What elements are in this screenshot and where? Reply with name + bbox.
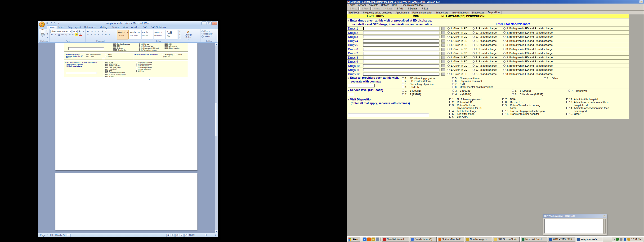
menu-item[interactable]: Help bbox=[391, 4, 398, 6]
menu-item[interactable]: Options bbox=[380, 4, 390, 6]
ribbon-tab[interactable]: SAS bbox=[141, 26, 149, 29]
menu-item[interactable]: Navigate bbox=[368, 4, 380, 6]
draft-view-icon[interactable]: ▢ bbox=[184, 234, 188, 237]
strikethrough-icon[interactable]: abc bbox=[61, 33, 64, 36]
drug-name-input[interactable] bbox=[363, 39, 440, 43]
doc-procedures-input[interactable] bbox=[66, 72, 97, 74]
drug-option-given-in-ed[interactable]: 1. Given in ED bbox=[448, 48, 467, 51]
borders-icon[interactable]: ⊞ bbox=[108, 33, 111, 36]
taskbar-button[interactable]: New Message - ... bbox=[465, 237, 492, 242]
visit-disposition-option[interactable]: 6.Left AMA bbox=[450, 115, 486, 118]
fullscreen-reading-view-icon[interactable]: ▥ bbox=[171, 234, 174, 237]
provider-option[interactable]: 1.ED attending physician bbox=[402, 77, 450, 80]
visit-disposition-option[interactable]: 7.DOA bbox=[502, 98, 546, 101]
drug-option-both[interactable]: 3. Both given in ED and Rx at discharge bbox=[503, 31, 552, 34]
sort-icon[interactable]: ⇅ bbox=[100, 30, 104, 33]
qat-chevron-down-icon[interactable]: ▾ bbox=[57, 22, 60, 25]
toolbar-button[interactable]: 4Last bbox=[383, 7, 394, 10]
form-tab[interactable]: NHAMCS bbox=[347, 11, 361, 14]
drug-option-rx-at-discharge[interactable]: 2. Rx at discharge bbox=[472, 39, 497, 42]
drug-option-both[interactable]: 3. Both given in ED and Rx at discharge bbox=[503, 64, 552, 67]
drug-option-given-in-ed[interactable]: 1. Given in ED bbox=[448, 39, 467, 42]
style-card[interactable]: AaBbC Heading 1 bbox=[141, 30, 153, 39]
ribbon-tab[interactable]: Add-Ins bbox=[130, 26, 141, 29]
drug-option-rx-at-discharge[interactable]: 2. Rx at discharge bbox=[472, 48, 497, 51]
taskbar-button[interactable]: Microsoft Excel ... bbox=[520, 237, 548, 242]
ribbon-tab[interactable]: SAS Solutions bbox=[149, 26, 168, 29]
zoom-slider[interactable] bbox=[199, 235, 213, 235]
drug-option-given-in-ed[interactable]: 1. Given in ED bbox=[448, 56, 467, 59]
taskbar-button[interactable]: Novell-delivered ... bbox=[382, 237, 409, 242]
watch-window-scrollbar[interactable] bbox=[603, 219, 606, 234]
visit-disposition-option[interactable]: 9.Return/Transfer to nursing home bbox=[502, 104, 546, 110]
drug-option-both[interactable]: 3. Both given in ED and Rx at discharge bbox=[503, 35, 552, 38]
justify-icon[interactable]: ≡ bbox=[97, 33, 100, 36]
provider-option[interactable]: 6.Physician assistant bbox=[452, 80, 507, 83]
numbered-list-icon[interactable]: 1≡ bbox=[90, 30, 93, 33]
italic-icon[interactable]: I bbox=[54, 33, 57, 36]
visit-disposition-option[interactable]: 10.Transfer to psychiatric hospital bbox=[502, 110, 546, 113]
quicklaunch-internet-explorer-icon[interactable]: e bbox=[363, 238, 366, 241]
drug-option-rx-at-discharge[interactable]: 2. Rx at discharge bbox=[472, 43, 497, 46]
drug-option-given-in-ed[interactable]: 1. Given in ED bbox=[448, 60, 467, 63]
form-tab[interactable]: Patient Information bbox=[410, 11, 434, 14]
service-level-option[interactable]: 3.3 (99283) bbox=[452, 89, 471, 93]
drug-option-given-in-ed[interactable]: 1. Given in ED bbox=[448, 43, 467, 46]
provider-option[interactable]: 9.Other bbox=[544, 77, 572, 80]
drug-option-rx-at-discharge[interactable]: 2. Rx at discharge bbox=[472, 27, 497, 30]
taskbar-button[interactable]: snapshots of e... bbox=[576, 237, 603, 242]
provider-option[interactable]: 2.ED resident/Intern bbox=[402, 80, 450, 83]
service-level-option[interactable]: 1.1 (99281) bbox=[402, 89, 421, 93]
drug-option-rx-at-discharge[interactable]: 2. Rx at discharge bbox=[472, 64, 497, 67]
form-tab[interactable]: Triage Care bbox=[434, 11, 450, 14]
subscript-icon[interactable]: x₂ bbox=[65, 33, 68, 36]
provider-option[interactable]: 8.Other mental health provider bbox=[452, 86, 507, 88]
nhamcs-titlebar[interactable]: National Hospital Ambulatory Medical Car… bbox=[347, 0, 644, 3]
taskbar-button[interactable]: WBT - TMOUSER... bbox=[548, 237, 575, 242]
word-titlebar[interactable]: ▤ ↶ ↷ ▾ snapshots of ed.docx - Microsoft… bbox=[38, 21, 218, 25]
redo-icon[interactable]: ↷ bbox=[53, 22, 56, 25]
drug-option-rx-at-discharge[interactable]: 2. Rx at discharge bbox=[472, 73, 497, 75]
align-center-icon[interactable]: ≡ bbox=[90, 33, 93, 36]
service-level-option[interactable]: 2.2 (99282) bbox=[402, 93, 421, 96]
font-color-icon[interactable]: A bbox=[79, 33, 82, 36]
drug-name-input[interactable] bbox=[363, 31, 440, 34]
visit-disposition-option[interactable]: 15.Other bbox=[566, 113, 613, 115]
ribbon-tab[interactable]: Mailings bbox=[98, 26, 110, 29]
drug-option-both[interactable]: 3. Both given in ED and Rx at discharge bbox=[503, 39, 552, 42]
save-icon[interactable]: ▤ bbox=[46, 22, 49, 25]
taskbar-button[interactable]: Spider - Mozilla Fi... bbox=[437, 237, 464, 242]
menu-item-hide-watch-window[interactable]: Hide Watch Window bbox=[400, 4, 424, 6]
scrollbar-thumb[interactable] bbox=[215, 103, 218, 136]
zoom-out-icon[interactable]: − bbox=[196, 234, 197, 237]
toolbar-button[interactable]: 1First bbox=[348, 7, 359, 10]
ribbon-tab[interactable]: Page Layout bbox=[66, 26, 83, 29]
taskbar-button[interactable]: Gmail - Inbox (1)... bbox=[410, 237, 436, 242]
highlight-color-icon[interactable]: ab bbox=[75, 33, 78, 36]
drug-option-both[interactable]: 3. Both given in ED and Rx at discharge bbox=[503, 43, 552, 46]
drug-option-given-in-ed[interactable]: 1. Given in ED bbox=[448, 64, 467, 67]
page-indicator[interactable]: Page: 3 of 3 bbox=[40, 234, 53, 237]
service-level-option[interactable]: 5.5 (99285) bbox=[512, 89, 543, 93]
style-card[interactable]: AaBbCcDc ¶ Normal bbox=[117, 30, 128, 39]
change-styles-button[interactable]: A Change Styles ▾ bbox=[182, 30, 194, 40]
drug-name-input[interactable] bbox=[363, 52, 440, 55]
drug-option-rx-at-discharge[interactable]: 2. Rx at discharge bbox=[472, 52, 497, 55]
toolbar-button[interactable]: 7Exit bbox=[420, 7, 430, 10]
grow-font-icon[interactable]: A bbox=[78, 30, 81, 33]
close-button[interactable]: ✕ bbox=[640, 0, 643, 3]
form-tab[interactable]: Diagnostics bbox=[470, 11, 486, 14]
tray-icon-1[interactable] bbox=[616, 238, 619, 241]
drug-option-both[interactable]: 3. Both given in ED and Rx at discharge bbox=[503, 73, 552, 75]
underline-icon[interactable]: U bbox=[58, 33, 60, 36]
zoom-in-icon[interactable]: + bbox=[215, 234, 216, 237]
visit-disposition-option[interactable]: 14.Admit to observation unit, then disch… bbox=[566, 107, 613, 113]
toolbar-button[interactable]: 6Delete bbox=[406, 7, 419, 10]
cut-icon[interactable]: ✂ bbox=[46, 29, 49, 32]
menu-item[interactable]: Forms bbox=[347, 4, 356, 6]
provider-option[interactable]: 4.RN/LPN bbox=[402, 86, 450, 88]
increase-indent-icon[interactable]: » bbox=[97, 30, 100, 33]
drug-name-input[interactable] bbox=[363, 68, 440, 71]
ribbon-tab[interactable]: References bbox=[83, 26, 98, 29]
service-level-option[interactable]: 4.4 (99284) bbox=[452, 93, 471, 96]
